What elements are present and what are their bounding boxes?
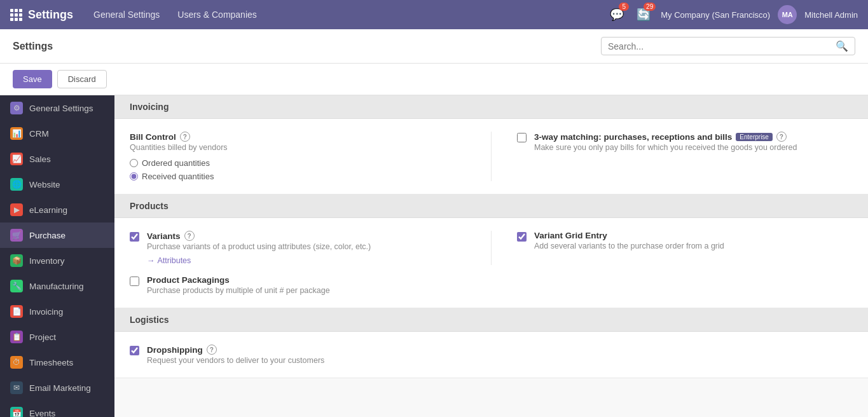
nav-general-settings[interactable]: General Settings [86,7,167,22]
products-section-header: Products [114,195,868,218]
updates-notification-btn[interactable]: 🔄 29 [634,5,653,24]
sidebar-item-timesheets[interactable]: ⏱ Timesheets [0,350,114,375]
invoicing-section-header: Invoicing [114,95,868,119]
app-title: Settings [28,8,73,22]
sidebar-item-email-marketing[interactable]: ✉ Email Marketing [0,375,114,400]
toolbar: Save Discard [0,64,868,95]
app-logo[interactable]: Settings [10,8,73,22]
bill-control-item: Bill Control ? Quantities billed by vend… [130,132,465,181]
avatar[interactable]: MA [778,5,797,24]
sidebar-label-general-settings: General Settings [29,104,93,113]
search-bar: 🔍 [601,37,855,55]
variant-grid-entry-title: Variant Grid Entry [534,231,853,240]
logistics-settings: Dropshipping ? Request your vendors to d… [114,332,868,378]
variant-grid-entry-desc: Add several variants to the purchase ord… [534,242,853,250]
variants-desc: Purchase variants of a product using att… [147,242,465,251]
ordered-quantities-option[interactable]: Ordered quantities [130,158,465,168]
dropshipping-help-icon[interactable]: ? [207,345,217,355]
products-divider-1 [491,231,492,265]
three-way-matching-item: 3-way matching: purchases, receptions an… [517,132,853,152]
chat-notification-btn[interactable]: 💬 5 [607,5,626,24]
dropshipping-desc: Request your vendors to deliver to your … [147,356,479,365]
sidebar-label-sales: Sales [29,154,51,164]
sidebar-label-elearning: eLearning [29,205,67,215]
product-packagings-desc: Purchase products by multiple of unit # … [147,286,479,295]
search-input[interactable] [608,41,836,51]
product-packagings-content: Product Packagings Purchase products by … [147,275,479,295]
invoicing-setting-row: Bill Control ? Quantities billed by vend… [130,132,853,181]
updates-badge: 29 [644,3,656,11]
invoicing-settings: Bill Control ? Quantities billed by vend… [114,119,868,195]
variant-grid-entry-item: Variant Grid Entry Add several variants … [517,231,853,250]
dropshipping-content: Dropshipping ? Request your vendors to d… [147,345,479,365]
user-name: Mitchell Admin [804,10,858,20]
products-settings: Variants ? Purchase variants of a produc… [114,218,868,308]
sidebar-label-purchase: Purchase [29,231,65,240]
sidebar-item-inventory[interactable]: 📦 Inventory [0,248,114,273]
received-quantities-radio[interactable] [130,172,138,181]
save-button[interactable]: Save [13,70,52,88]
three-way-matching-checkbox[interactable] [517,133,527,142]
company-name: My Company (San Francisco) [661,10,770,20]
sidebar: ⚙ General Settings 📊 CRM 📈 Sales 🌐 Websi… [0,95,114,417]
elearning-icon: ▶ [10,203,23,216]
products-setting-row-1: Variants ? Purchase variants of a produc… [130,231,853,265]
sidebar-item-general-settings[interactable]: ⚙ General Settings [0,95,114,121]
sidebar-item-website[interactable]: 🌐 Website [0,172,114,197]
invoicing-divider [491,132,492,181]
invoicing-icon: 📄 [10,305,23,318]
products-setting-row-2: Product Packagings Purchase products by … [130,275,853,295]
sidebar-item-events[interactable]: 📅 Events [0,400,114,417]
main-layout: ⚙ General Settings 📊 CRM 📈 Sales 🌐 Websi… [0,95,868,417]
product-packagings-title: Product Packagings [147,275,479,285]
timesheets-icon: ⏱ [10,356,23,369]
received-quantities-option[interactable]: Received quantities [130,172,465,181]
bill-control-desc: Quantities billed by vendors [130,143,465,152]
top-nav-links: General Settings Users & Companies [86,7,595,22]
top-nav: Settings General Settings Users & Compan… [0,0,868,29]
nav-users-companies[interactable]: Users & Companies [170,7,265,22]
three-way-matching-help-icon[interactable]: ? [776,132,787,142]
variants-help-icon[interactable]: ? [184,231,195,241]
dropshipping-checkbox[interactable] [130,346,139,355]
variants-checkbox-wrapper [130,231,139,242]
product-packagings-item: Product Packagings Purchase products by … [130,275,479,295]
sidebar-item-elearning[interactable]: ▶ eLearning [0,197,114,222]
three-way-matching-content: 3-way matching: purchases, receptions an… [534,132,853,152]
dropshipping-checkbox-wrapper [130,345,139,355]
top-nav-right: 💬 5 🔄 29 My Company (San Francisco) MA M… [607,5,858,24]
variant-grid-entry-checkbox[interactable] [517,232,527,242]
sidebar-item-manufacturing[interactable]: 🔧 Manufacturing [0,273,114,299]
logistics-setting-row: Dropshipping ? Request your vendors to d… [130,345,853,365]
bill-control-help-icon[interactable]: ? [180,132,190,142]
sidebar-label-inventory: Inventory [29,256,65,266]
sidebar-label-events: Events [29,409,55,418]
variants-content: Variants ? Purchase variants of a produc… [147,231,465,265]
ordered-quantities-radio[interactable] [130,159,138,167]
sidebar-label-crm: CRM [29,129,49,139]
events-icon: 📅 [10,407,23,417]
sidebar-item-crm[interactable]: 📊 CRM [0,121,114,146]
three-way-matching-desc: Make sure you only pay bills for which y… [534,143,853,152]
sidebar-label-email-marketing: Email Marketing [29,383,91,393]
sales-icon: 📈 [10,153,23,165]
main-content: Invoicing Bill Control ? Quantities bill… [114,95,868,417]
email-marketing-icon: ✉ [10,381,23,394]
manufacturing-icon: 🔧 [10,280,23,292]
product-packagings-checkbox[interactable] [130,277,139,286]
sidebar-label-timesheets: Timesheets [29,358,73,367]
variants-title: Variants ? [147,231,465,241]
sidebar-item-project[interactable]: 📋 Project [0,324,114,350]
variants-item: Variants ? Purchase variants of a produc… [130,231,465,265]
sidebar-label-invoicing: Invoicing [29,307,63,317]
inventory-icon: 📦 [10,254,23,267]
sidebar-item-sales[interactable]: 📈 Sales [0,146,114,172]
discard-button[interactable]: Discard [57,70,107,88]
sidebar-item-invoicing[interactable]: 📄 Invoicing [0,299,114,324]
search-icon-btn[interactable]: 🔍 [836,40,848,52]
variants-checkbox[interactable] [130,232,139,242]
variant-grid-entry-checkbox-wrapper [517,231,527,242]
page-title: Settings [13,41,53,52]
attributes-link[interactable]: → Attributes [147,256,191,265]
sidebar-item-purchase[interactable]: 🛒 Purchase [0,222,114,248]
